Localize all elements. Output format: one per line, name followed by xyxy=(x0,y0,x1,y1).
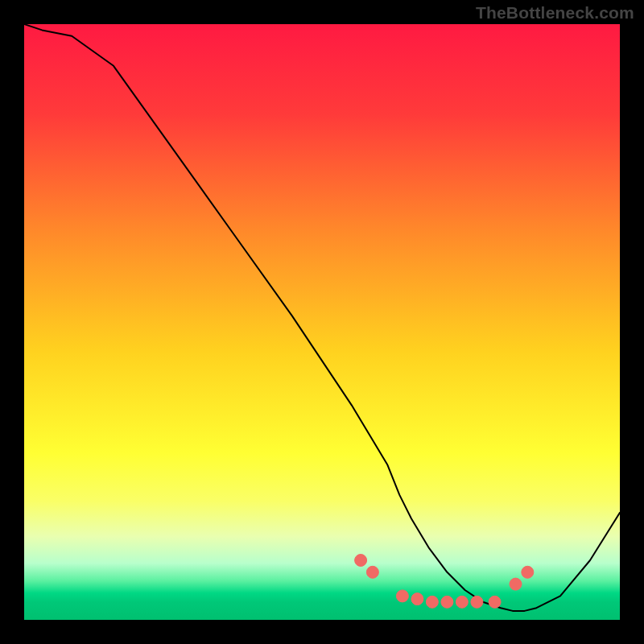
gradient-background xyxy=(24,24,620,620)
data-marker xyxy=(522,566,534,578)
attribution-text: TheBottleneck.com xyxy=(476,3,634,23)
chart-svg xyxy=(24,24,620,620)
data-marker xyxy=(489,596,501,608)
data-marker xyxy=(471,596,483,608)
data-marker xyxy=(456,596,468,608)
data-marker xyxy=(396,590,408,602)
data-marker xyxy=(366,566,378,578)
data-marker xyxy=(426,596,438,608)
data-marker xyxy=(510,578,522,590)
chart-container: TheBottleneck.com xyxy=(0,0,644,644)
data-marker xyxy=(355,555,367,567)
data-marker xyxy=(441,596,453,608)
data-marker xyxy=(411,593,423,605)
